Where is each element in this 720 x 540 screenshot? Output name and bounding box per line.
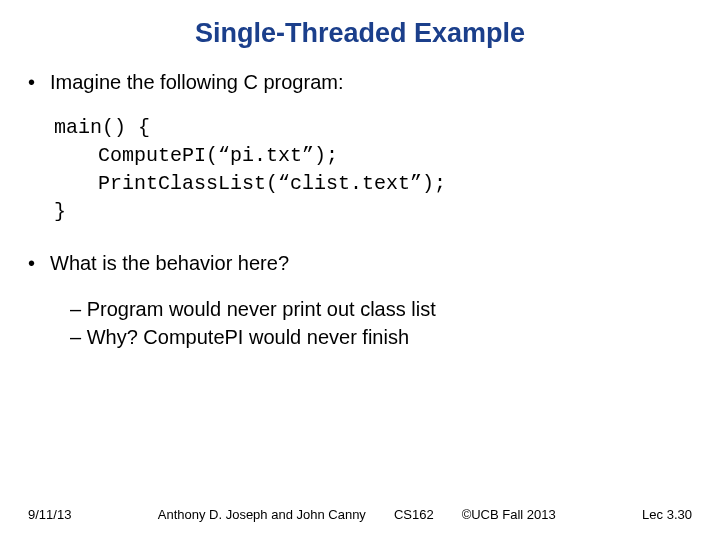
bullet-2: • What is the behavior here? <box>28 250 692 277</box>
code-line-4: } <box>54 198 692 226</box>
footer-date: 9/11/13 <box>28 507 71 522</box>
code-line-2: ComputePI(“pi.txt”); <box>98 142 692 170</box>
footer-center: Anthony D. Joseph and John Canny CS162 ©… <box>158 507 556 522</box>
footer-copyright: ©UCB Fall 2013 <box>462 507 556 522</box>
footer-course: CS162 <box>394 507 434 522</box>
sub-bullet-2: – Why? ComputePI would never finish <box>70 323 692 351</box>
bullet-2-text: What is the behavior here? <box>50 250 289 277</box>
bullet-1: • Imagine the following C program: <box>28 69 692 96</box>
footer-authors: Anthony D. Joseph and John Canny <box>158 507 366 522</box>
sub-bullet-1: – Program would never print out class li… <box>70 295 692 323</box>
code-line-1: main() { <box>54 114 692 142</box>
slide-title: Single-Threaded Example <box>0 0 720 49</box>
bullet-dot: • <box>28 69 50 96</box>
bullet-dot: • <box>28 250 50 277</box>
slide-content: • Imagine the following C program: main(… <box>0 49 720 351</box>
code-line-3: PrintClassList(“clist.text”); <box>98 170 692 198</box>
bullet-1-text: Imagine the following C program: <box>50 69 343 96</box>
footer: 9/11/13 Anthony D. Joseph and John Canny… <box>0 507 720 522</box>
code-block: main() { ComputePI(“pi.txt”); PrintClass… <box>54 114 692 226</box>
footer-lec: Lec 3.30 <box>642 507 692 522</box>
